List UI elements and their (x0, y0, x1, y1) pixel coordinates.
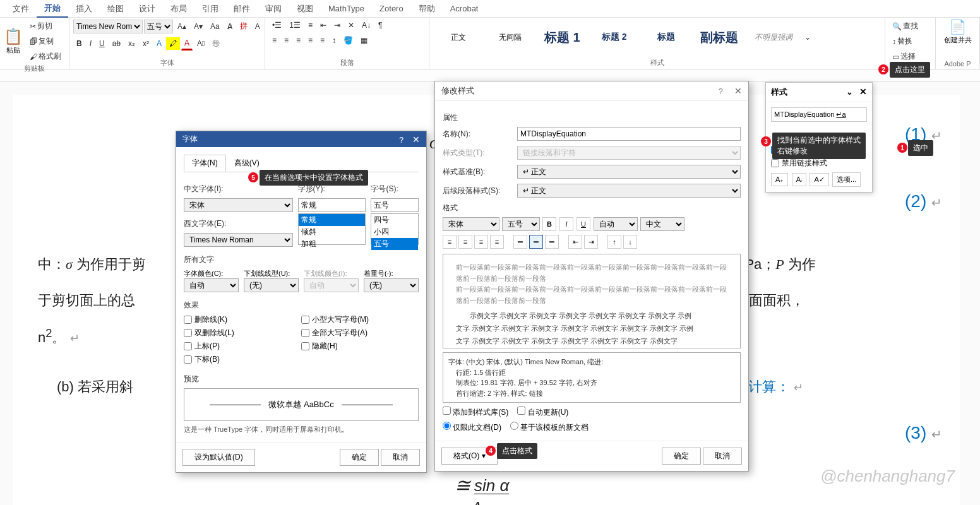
highlight-button[interactable]: 🖍 (166, 37, 180, 50)
subscript-checkbox[interactable]: 下标(B) (184, 354, 301, 365)
font-family-select[interactable]: Times New Roma (73, 20, 143, 33)
underline-select[interactable]: (无) (244, 278, 299, 292)
copy-button[interactable]: 🗐 复制 (27, 34, 64, 49)
style-normal[interactable]: 正文 (433, 30, 484, 45)
style-subtitle[interactable]: 副标题 (693, 27, 746, 49)
align-center-icon[interactable]: ≡ (458, 235, 472, 249)
close-icon[interactable]: ✕ (734, 86, 742, 96)
tab-draw[interactable]: 绘图 (100, 1, 131, 17)
styles-more-button[interactable]: ⌄ (801, 31, 814, 44)
tab-file[interactable]: 文件 (5, 1, 37, 17)
format-underline[interactable]: U (577, 217, 590, 231)
enclosed-char-button[interactable]: ㊕ (209, 36, 223, 50)
align-left-icon[interactable]: ≡ (443, 235, 457, 249)
font-style-input[interactable] (298, 198, 366, 212)
sort-button[interactable]: A↓ (359, 19, 374, 32)
numbering-button[interactable]: 1☰ (286, 19, 304, 32)
hidden-checkbox[interactable]: 隐藏(H) (301, 341, 419, 352)
format-italic[interactable]: I (559, 217, 573, 231)
font-ok-button[interactable]: 确定 (340, 449, 379, 466)
chevron-down-icon[interactable]: ⌄ (846, 87, 853, 97)
space-before-icon[interactable]: ↑ (607, 235, 621, 249)
change-case-button[interactable]: Aa (207, 20, 223, 33)
align-center-button[interactable]: ≡ (281, 34, 292, 47)
grow-font-button[interactable]: A▴ (174, 20, 189, 33)
spacing-15-icon[interactable]: ═ (529, 235, 543, 249)
style-entry-mtdisplay[interactable]: MTDisplayEquation ↵a (771, 107, 867, 122)
indent-left-icon[interactable]: ⇤ (568, 235, 582, 249)
tab-layout[interactable]: 布局 (163, 1, 194, 17)
adobe-icon[interactable]: 📄 (940, 19, 976, 35)
style-no-spacing[interactable]: 无间隔 (485, 30, 535, 45)
add-library-checkbox[interactable]: 添加到样式库(S) (443, 407, 508, 418)
decrease-indent-button[interactable]: ⇤ (317, 19, 330, 32)
align-left-button[interactable]: ≡ (269, 34, 280, 47)
char-border-button[interactable]: A (252, 20, 263, 33)
bold-button[interactable]: B (73, 37, 85, 50)
format-bold[interactable]: B (542, 217, 556, 231)
tab-view[interactable]: 视图 (289, 1, 321, 17)
tab-help[interactable]: 帮助 (411, 1, 443, 17)
close-icon[interactable]: ✕ (412, 134, 420, 145)
cn-font-select[interactable]: 宋体 (184, 198, 293, 212)
distribute-button[interactable]: ≡ (317, 34, 328, 47)
font-color-button[interactable]: A (181, 37, 193, 50)
font-dialog-title[interactable]: 字体 ?✕ (176, 131, 426, 147)
new-style-button[interactable]: A₊ (771, 173, 788, 186)
font-color-select[interactable]: 自动 (184, 278, 239, 292)
style-heading1[interactable]: 标题 1 (537, 27, 588, 49)
based-on-select[interactable]: ↵ 正文 (517, 165, 741, 179)
superscript-button[interactable]: x² (140, 37, 152, 50)
adobe-create-button[interactable]: 创建并共 (940, 35, 976, 45)
advanced-tab[interactable]: 高级(V) (226, 155, 268, 172)
only-doc-radio[interactable]: 仅限此文档(D) (443, 422, 501, 433)
shading-button[interactable]: 🪣 (340, 34, 356, 47)
align-justify-icon[interactable]: ≡ (490, 235, 504, 249)
align-right-button[interactable]: ≡ (293, 34, 304, 47)
new-template-radio[interactable]: 基于该模板的新文档 (510, 422, 589, 433)
format-color-select[interactable]: 自动 (594, 217, 638, 231)
west-font-select[interactable]: Times New Roman (184, 233, 293, 247)
dstrike-checkbox[interactable]: 双删除线(L) (184, 328, 301, 338)
underline-button[interactable]: U (96, 37, 108, 50)
manage-styles-button[interactable]: A✓ (810, 173, 828, 186)
tab-insert[interactable]: 插入 (68, 1, 100, 17)
subscript-button[interactable]: x₂ (125, 37, 138, 50)
next-style-select[interactable]: ↵ 正文 (517, 184, 741, 198)
tab-mathtype[interactable]: MathType (321, 1, 372, 16)
format-font-select[interactable]: 宋体 (443, 217, 499, 231)
paste-button[interactable]: 粘贴 (4, 45, 23, 55)
clear-format-button[interactable]: A̷ (224, 20, 236, 33)
font-tab[interactable]: 字体(N) (184, 155, 226, 172)
tab-acrobat[interactable]: Acrobat (443, 1, 486, 16)
font-style-list[interactable]: 常规 倾斜 加粗 (298, 213, 366, 245)
phonetic-button[interactable]: 拼 (237, 19, 251, 33)
cut-button[interactable]: ✂ 剪切 (27, 19, 64, 33)
multilevel-button[interactable]: ≡ (305, 19, 316, 32)
paste-icon[interactable]: 📋 (4, 28, 23, 45)
italic-button[interactable]: I (87, 37, 95, 50)
modify-dialog-title[interactable]: 修改样式 ?✕ (435, 81, 748, 101)
disable-linked-checkbox[interactable]: 禁用链接样式 (771, 158, 867, 169)
tab-mailings[interactable]: 邮件 (226, 1, 258, 17)
options-button[interactable]: 选项... (832, 172, 861, 187)
strike-button[interactable]: ab (109, 37, 124, 50)
style-name-input[interactable] (517, 127, 741, 141)
increase-indent-button[interactable]: ⇥ (331, 19, 344, 32)
style-title[interactable]: 标题 (641, 29, 691, 45)
superscript-checkbox[interactable]: 上标(P) (184, 341, 301, 352)
font-size-select[interactable]: 五号 (144, 20, 173, 33)
font-size-list[interactable]: 四号 小四 五号 (371, 213, 419, 245)
text-effects-button[interactable]: A (153, 37, 165, 50)
asian-layout-button[interactable]: ✕ (345, 19, 357, 32)
char-shading-button[interactable]: A⃞ (194, 37, 208, 50)
tab-zotero[interactable]: Zotero (372, 1, 411, 16)
tab-design[interactable]: 设计 (131, 1, 163, 17)
find-button[interactable]: 🔍 查找 (889, 19, 931, 33)
bullets-button[interactable]: •☰ (269, 19, 285, 32)
modify-ok-button[interactable]: 确定 (662, 448, 701, 465)
tab-references[interactable]: 引用 (194, 1, 226, 17)
auto-update-checkbox[interactable]: 自动更新(U) (517, 407, 568, 418)
line-spacing-button[interactable]: ↕ (329, 34, 339, 47)
modify-cancel-button[interactable]: 取消 (703, 448, 742, 465)
